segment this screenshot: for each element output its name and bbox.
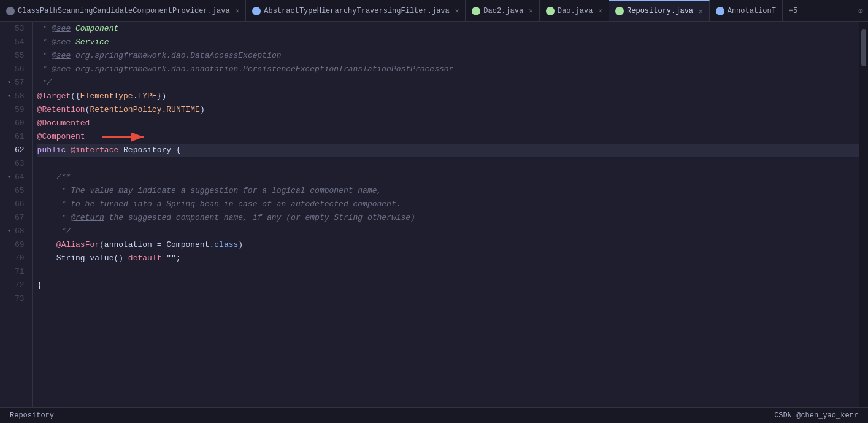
code-line-53: * @see Component [37,22,859,36]
code-line-66: * to be turned into a Spring bean in cas… [37,198,859,211]
fold-icon-68[interactable]: ▾ [5,227,13,236]
code-line-61: @Component [37,130,859,144]
tab-dao2[interactable]: Dao2.java ✕ [466,0,539,21]
tab-icon-classpathscanning [6,7,15,15]
fold-icon-69 [5,241,13,249]
code-line-71 [37,265,859,279]
fold-icon-54 [5,38,13,47]
code-line-67: * @return the suggested component name, … [37,211,859,225]
tab-icon-dao [546,7,555,15]
fold-icon-61 [5,133,13,141]
code-line-58: @Target({ElementType.TYPE}) [37,90,859,103]
fold-icon-56 [5,65,13,74]
fold-icon-60 [5,119,13,128]
tab-close-abstracttype[interactable]: ✕ [455,7,459,15]
line-number-gutter: 53 54 55 56 ▾57 ▾58 59 60 61 62 63 ▾64 6… [0,22,33,407]
fold-icon-59 [5,106,13,114]
fold-icon-70 [5,254,13,263]
tab-close-dao[interactable]: ✕ [598,7,602,15]
tab-close-classpathscanning[interactable]: ✕ [236,7,240,15]
code-line-54: * @see Service [37,36,859,49]
vertical-scrollbar[interactable] [859,22,868,407]
tab-repository[interactable]: Repository.java ✕ [609,0,710,21]
code-line-65: * The value may indicate a suggestion fo… [37,184,859,198]
fold-icon-58[interactable]: ▾ [5,92,13,101]
fold-icon-57[interactable]: ▾ [5,79,13,87]
code-line-59: @Retention(RetentionPolicy.RUNTIME) [37,103,859,117]
fold-icon-72 [5,281,13,290]
fold-icon-62 [5,146,13,155]
tab-icon-repository [615,7,624,15]
tab-label-annotationt: AnnotationT [728,7,776,15]
fold-icon-63 [5,160,13,168]
expand-tabs-button[interactable]: ⊙ [858,6,868,16]
code-line-69: @AliasFor(annotation = Component.class) [37,238,859,252]
status-right: CSDN @chen_yao_kerr [774,411,858,420]
fold-icon-53 [5,25,13,33]
tab-icon-annotationt [716,7,724,15]
code-line-64: /** [37,171,859,184]
tab-label-classpathscanning: ClassPathScanningCandidateComponentProvi… [18,7,230,15]
code-line-63 [37,157,859,171]
fold-icon-65 [5,187,13,195]
status-watermark: CSDN @chen_yao_kerr [774,411,858,420]
editor-container: 53 54 55 56 ▾57 ▾58 59 60 61 62 63 ▾64 6… [0,22,868,407]
fold-icon-71 [5,268,13,276]
tab-label-abstracttype: AbstractTypeHierarchyTraversingFilter.ja… [264,7,449,15]
red-arrow-annotation [102,131,151,142]
code-editor[interactable]: * @see Component * @see Service * @see o… [33,22,859,407]
tab-classpathscanning[interactable]: ClassPathScanningCandidateComponentProvi… [0,0,246,21]
fold-icon-64[interactable]: ▾ [5,173,13,182]
tab-icon-dao2 [472,7,480,15]
tab-label-repository: Repository.java [627,7,693,15]
code-line-57: */ [37,76,859,90]
fold-icon-66 [5,200,13,209]
fold-icon-67 [5,214,13,222]
code-line-55: * @see org.springframework.dao.DataAcces… [37,49,859,63]
fold-icon-55 [5,52,13,60]
code-line-60: @Documented [37,117,859,130]
code-line-62: public @interface Repository { [37,144,859,157]
tab-abstracttype[interactable]: AbstractTypeHierarchyTraversingFilter.ja… [246,0,466,21]
status-left: Repository [10,411,54,420]
code-line-56: * @see org.springframework.dao.annotatio… [37,63,859,76]
tab-label-dao2: Dao2.java [483,7,523,15]
status-bar: Repository CSDN @chen_yao_kerr [0,407,868,423]
fold-icon-73 [5,295,13,303]
tab-close-repository[interactable]: ✕ [699,7,703,15]
tab-icon-abstracttype [252,7,261,15]
tab-close-dao2[interactable]: ✕ [529,7,533,15]
status-filename: Repository [10,411,54,420]
code-line-68: */ [37,225,859,238]
tab-annotationt[interactable]: AnnotationT [710,0,783,21]
code-line-73 [37,292,859,306]
tab-dao[interactable]: Dao.java ✕ [540,0,609,21]
tab-more-button[interactable]: ≡5 [783,0,804,21]
code-line-72: } [37,279,859,292]
code-line-70: String value() default ""; [37,252,859,265]
tab-label-dao: Dao.java [558,7,593,15]
scrollbar-thumb[interactable] [861,29,866,66]
tab-bar: ClassPathScanningCandidateComponentProvi… [0,0,868,22]
